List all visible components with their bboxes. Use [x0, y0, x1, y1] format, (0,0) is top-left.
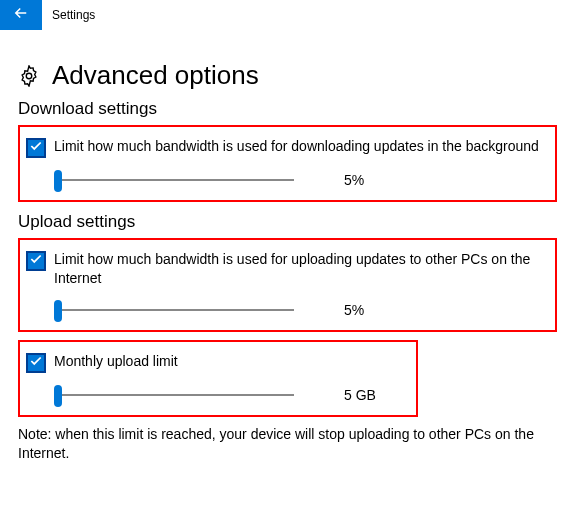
download-highlight-box: Limit how much bandwidth is used for dow… [18, 125, 557, 202]
monthly-highlight-box: Monthly upload limit 5 GB [18, 340, 418, 417]
checkmark-icon [29, 252, 43, 270]
monthly-limit-checkbox[interactable] [26, 353, 46, 373]
download-limit-checkbox[interactable] [26, 138, 46, 158]
content: Advanced options Download settings Limit… [0, 30, 575, 463]
slider-track [54, 309, 294, 311]
checkmark-icon [29, 139, 43, 157]
download-bandwidth-slider[interactable] [54, 170, 294, 190]
download-slider-value: 5% [344, 172, 364, 188]
upload-limit-checkbox[interactable] [26, 251, 46, 271]
upload-slider-value: 5% [344, 302, 364, 318]
checkmark-icon [29, 354, 43, 372]
download-slider-row: 5% [54, 170, 547, 190]
gear-icon [18, 65, 40, 87]
download-limit-label: Limit how much bandwidth is used for dow… [54, 137, 539, 156]
upload-limit-row: Limit how much bandwidth is used for upl… [26, 250, 547, 288]
download-section-title: Download settings [18, 99, 557, 119]
titlebar-title: Settings [52, 8, 95, 22]
upload-bandwidth-slider[interactable] [54, 300, 294, 320]
monthly-slider-row: 5 GB [54, 385, 408, 405]
svg-point-0 [26, 73, 32, 79]
slider-thumb [54, 385, 62, 407]
page-title: Advanced options [52, 60, 259, 91]
upload-limit-label: Limit how much bandwidth is used for upl… [54, 250, 547, 288]
monthly-limit-label: Monthly upload limit [54, 352, 178, 371]
slider-track [54, 394, 294, 396]
monthly-slider-value: 5 GB [344, 387, 376, 403]
upload-slider-row: 5% [54, 300, 547, 320]
back-arrow-icon [12, 4, 30, 26]
download-limit-row: Limit how much bandwidth is used for dow… [26, 137, 547, 158]
upload-section-title: Upload settings [18, 212, 557, 232]
slider-thumb [54, 170, 62, 192]
upload-highlight-box: Limit how much bandwidth is used for upl… [18, 238, 557, 332]
titlebar: Settings [0, 0, 575, 30]
slider-track [54, 179, 294, 181]
monthly-limit-row: Monthly upload limit [26, 352, 408, 373]
back-button[interactable] [0, 0, 42, 30]
slider-thumb [54, 300, 62, 322]
page-header: Advanced options [18, 60, 557, 91]
upload-limit-note: Note: when this limit is reached, your d… [18, 425, 557, 463]
monthly-upload-slider[interactable] [54, 385, 294, 405]
